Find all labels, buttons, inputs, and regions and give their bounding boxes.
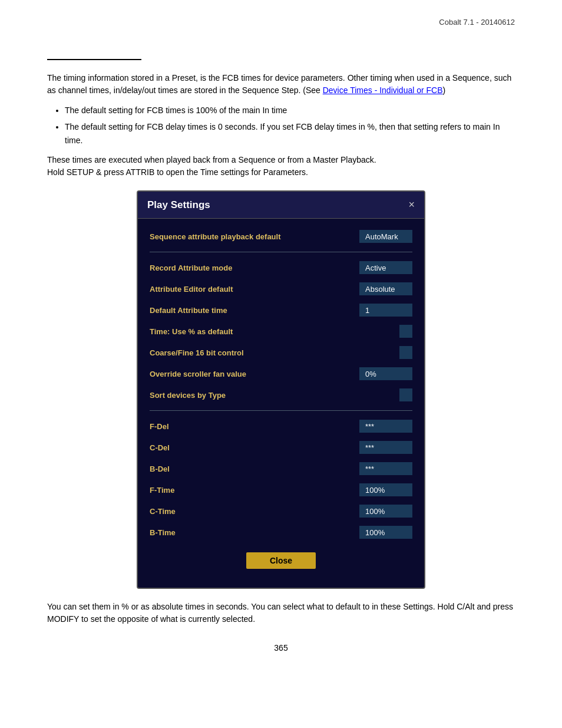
divider-line	[47, 59, 141, 60]
row-default-attr-time: Default Attribute time 1	[150, 302, 412, 318]
row-use-percent: Time: Use % as default	[150, 323, 412, 340]
row-record-attr: Record Attribute mode Active	[150, 259, 412, 276]
label-sort-devices: Sort devices by Type	[150, 391, 399, 400]
bullet-item-2: The default setting for FCB delay times …	[65, 120, 515, 147]
dialog-body: Sequence attribute playback default Auto…	[138, 219, 424, 588]
value-coarse-fine[interactable]	[399, 346, 412, 359]
row-attr-editor: Attribute Editor default Absolute	[150, 281, 412, 297]
close-button[interactable]: Close	[246, 552, 316, 569]
label-c-time: C-Time	[150, 507, 359, 516]
label-record-attr: Record Attribute mode	[150, 263, 359, 272]
row-b-del: B-Del ***	[150, 460, 412, 477]
value-default-attr-time[interactable]: 1	[359, 304, 412, 317]
value-c-del[interactable]: ***	[359, 441, 412, 454]
divider-1	[150, 252, 412, 252]
bottom-paragraph: You can set them in % or as absolute tim…	[47, 601, 515, 625]
bullet-item-1: The default setting for FCB times is 100…	[65, 104, 515, 117]
label-coarse-fine: Coarse/Fine 16 bit control	[150, 348, 399, 357]
value-seq-attr[interactable]: AutoMark	[359, 230, 412, 243]
label-attr-editor: Attribute Editor default	[150, 285, 359, 294]
value-attr-editor[interactable]: Absolute	[359, 282, 412, 295]
page-number: 365	[47, 643, 515, 653]
dialog-footer: Close	[150, 545, 412, 578]
label-scroller-fan: Override scroller fan value	[150, 370, 359, 378]
page-container: Cobalt 7.1 - 20140612 The timing informa…	[0, 0, 562, 728]
intro-paragraph: The timing information stored in a Prese…	[47, 72, 515, 97]
row-seq-attr: Sequence attribute playback default Auto…	[150, 228, 412, 245]
version-text: Cobalt 7.1 - 20140612	[439, 18, 515, 27]
row-f-del: F-Del ***	[150, 418, 412, 434]
value-use-percent[interactable]	[399, 325, 412, 338]
row-b-time: B-Time 100%	[150, 524, 412, 541]
dialog-wrapper: Play Settings × Sequence attribute playb…	[137, 190, 425, 589]
row-coarse-fine: Coarse/Fine 16 bit control	[150, 344, 412, 361]
value-b-time[interactable]: 100%	[359, 526, 412, 539]
label-b-del: B-Del	[150, 465, 359, 473]
value-b-del[interactable]: ***	[359, 462, 412, 475]
dialog-header: Play Settings ×	[138, 192, 424, 219]
intro-end: )	[443, 85, 446, 95]
label-c-del: C-Del	[150, 443, 359, 452]
label-f-del: F-Del	[150, 422, 359, 431]
label-f-time: F-Time	[150, 486, 359, 495]
row-c-time: C-Time 100%	[150, 503, 412, 519]
dialog-title: Play Settings	[147, 199, 210, 211]
label-default-attr-time: Default Attribute time	[150, 306, 359, 315]
row-sort-devices: Sort devices by Type	[150, 387, 412, 403]
label-use-percent: Time: Use % as default	[150, 327, 399, 336]
value-sort-devices[interactable]	[399, 388, 412, 401]
value-scroller-fan[interactable]: 0%	[359, 367, 412, 380]
device-times-link[interactable]: Device Times - Individual or FCB	[323, 85, 443, 95]
divider-2	[150, 410, 412, 411]
value-record-attr[interactable]: Active	[359, 261, 412, 274]
value-c-time[interactable]: 100%	[359, 505, 412, 518]
middle-paragraph: These times are executed when played bac…	[47, 154, 515, 179]
value-f-del[interactable]: ***	[359, 420, 412, 433]
bullet-list: The default setting for FCB times is 100…	[65, 104, 515, 147]
row-c-del: C-Del ***	[150, 439, 412, 456]
label-seq-attr: Sequence attribute playback default	[150, 232, 359, 241]
play-settings-dialog: Play Settings × Sequence attribute playb…	[137, 190, 425, 589]
dialog-close-icon[interactable]: ×	[408, 199, 415, 211]
label-b-time: B-Time	[150, 528, 359, 537]
row-scroller-fan: Override scroller fan value 0%	[150, 365, 412, 382]
value-f-time[interactable]: 100%	[359, 483, 412, 496]
row-f-time: F-Time 100%	[150, 482, 412, 498]
